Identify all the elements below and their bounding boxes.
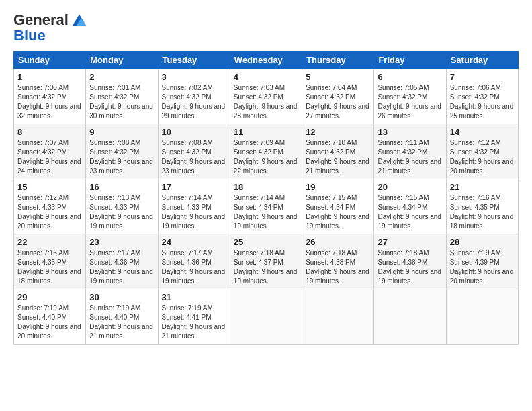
day-number: 26: [306, 237, 370, 247]
sunrise-label: Sunrise: 7:14 AM: [162, 194, 213, 201]
sunrise-label: Sunrise: 7:03 AM: [234, 84, 285, 91]
calendar-cell: [446, 289, 518, 345]
sunset-label: Sunset: 4:32 PM: [89, 148, 139, 156]
sunset-label: Sunset: 4:40 PM: [89, 314, 139, 321]
day-number: 30: [89, 292, 154, 302]
weekday-header-cell: Tuesday: [158, 52, 230, 69]
sunset-label: Sunset: 4:32 PM: [378, 148, 427, 156]
calendar-cell: 26 Sunrise: 7:18 AM Sunset: 4:38 PM Dayl…: [302, 234, 374, 289]
daylight-label: Daylight: 9 hours and 23 minutes.: [89, 158, 153, 175]
weekday-header-cell: Thursday: [302, 52, 374, 69]
sunrise-label: Sunrise: 7:12 AM: [450, 139, 501, 146]
calendar-cell: 29 Sunrise: 7:19 AM Sunset: 4:40 PM Dayl…: [14, 289, 86, 345]
day-number: 8: [17, 127, 82, 137]
day-number: 29: [17, 292, 82, 302]
day-number: 1: [17, 72, 82, 82]
sunset-label: Sunset: 4:36 PM: [89, 259, 139, 266]
day-info: Sunrise: 7:09 AM Sunset: 4:32 PM Dayligh…: [234, 138, 298, 176]
logo-icon: [70, 11, 89, 30]
calendar-table: SundayMondayTuesdayWednesdayThursdayFrid…: [13, 51, 519, 345]
calendar-cell: 25 Sunrise: 7:18 AM Sunset: 4:37 PM Dayl…: [230, 234, 302, 289]
sunset-label: Sunset: 4:33 PM: [162, 203, 212, 211]
sunrise-label: Sunrise: 7:17 AM: [162, 249, 213, 257]
day-info: Sunrise: 7:18 AM Sunset: 4:38 PM Dayligh…: [306, 248, 370, 286]
sunset-label: Sunset: 4:34 PM: [234, 203, 283, 211]
sunrise-label: Sunrise: 7:16 AM: [17, 249, 69, 257]
calendar-cell: 2 Sunrise: 7:01 AM Sunset: 4:32 PM Dayli…: [86, 69, 158, 124]
daylight-label: Daylight: 9 hours and 23 minutes.: [162, 158, 226, 175]
sunrise-label: Sunrise: 7:09 AM: [234, 139, 285, 146]
daylight-label: Daylight: 9 hours and 21 minutes.: [378, 158, 441, 175]
day-info: Sunrise: 7:13 AM Sunset: 4:33 PM Dayligh…: [89, 193, 154, 231]
daylight-label: Daylight: 9 hours and 32 minutes.: [17, 103, 81, 120]
weekday-header-cell: Friday: [374, 52, 446, 69]
calendar-cell: 12 Sunrise: 7:10 AM Sunset: 4:32 PM Dayl…: [302, 124, 374, 179]
day-info: Sunrise: 7:12 AM Sunset: 4:32 PM Dayligh…: [450, 138, 515, 176]
day-info: Sunrise: 7:17 AM Sunset: 4:36 PM Dayligh…: [162, 248, 226, 286]
calendar-cell: 13 Sunrise: 7:11 AM Sunset: 4:32 PM Dayl…: [374, 124, 446, 179]
day-info: Sunrise: 7:11 AM Sunset: 4:32 PM Dayligh…: [378, 138, 442, 176]
day-number: 16: [89, 182, 154, 192]
calendar-week-row: 1 Sunrise: 7:00 AM Sunset: 4:32 PM Dayli…: [14, 69, 519, 124]
calendar-cell: 11 Sunrise: 7:09 AM Sunset: 4:32 PM Dayl…: [230, 124, 302, 179]
daylight-label: Daylight: 9 hours and 20 minutes.: [17, 213, 81, 230]
day-number: 17: [162, 182, 226, 192]
sunrise-label: Sunrise: 7:15 AM: [306, 194, 357, 201]
weekday-header-row: SundayMondayTuesdayWednesdayThursdayFrid…: [14, 52, 519, 69]
day-number: 28: [450, 237, 515, 247]
daylight-label: Daylight: 9 hours and 19 minutes.: [306, 213, 369, 230]
sunrise-label: Sunrise: 7:16 AM: [450, 194, 501, 201]
day-info: Sunrise: 7:08 AM Sunset: 4:32 PM Dayligh…: [162, 138, 226, 176]
sunrise-label: Sunrise: 7:13 AM: [89, 194, 140, 201]
sunrise-label: Sunrise: 7:19 AM: [17, 304, 69, 312]
sunset-label: Sunset: 4:41 PM: [162, 314, 212, 321]
sunrise-label: Sunrise: 7:08 AM: [89, 139, 140, 146]
daylight-label: Daylight: 9 hours and 19 minutes.: [234, 268, 298, 285]
day-info: Sunrise: 7:19 AM Sunset: 4:40 PM Dayligh…: [17, 304, 82, 341]
calendar-cell: 6 Sunrise: 7:05 AM Sunset: 4:32 PM Dayli…: [374, 69, 446, 124]
day-info: Sunrise: 7:19 AM Sunset: 4:40 PM Dayligh…: [89, 304, 154, 341]
daylight-label: Daylight: 9 hours and 20 minutes.: [17, 323, 81, 340]
daylight-label: Daylight: 9 hours and 30 minutes.: [89, 103, 153, 120]
calendar-cell: 9 Sunrise: 7:08 AM Sunset: 4:32 PM Dayli…: [86, 124, 158, 179]
day-info: Sunrise: 7:14 AM Sunset: 4:33 PM Dayligh…: [162, 193, 226, 231]
sunrise-label: Sunrise: 7:15 AM: [378, 194, 429, 201]
day-number: 14: [450, 127, 515, 137]
day-info: Sunrise: 7:05 AM Sunset: 4:32 PM Dayligh…: [378, 83, 442, 121]
daylight-label: Daylight: 9 hours and 21 minutes.: [89, 323, 153, 340]
day-number: 22: [17, 237, 82, 247]
sunset-label: Sunset: 4:35 PM: [450, 203, 500, 211]
day-number: 10: [162, 127, 226, 137]
day-info: Sunrise: 7:03 AM Sunset: 4:32 PM Dayligh…: [234, 83, 298, 121]
day-number: 21: [450, 182, 515, 192]
sunrise-label: Sunrise: 7:12 AM: [17, 194, 69, 201]
sunset-label: Sunset: 4:32 PM: [17, 93, 67, 101]
daylight-label: Daylight: 9 hours and 20 minutes.: [450, 158, 514, 175]
daylight-label: Daylight: 9 hours and 19 minutes.: [162, 268, 226, 285]
daylight-label: Daylight: 9 hours and 20 minutes.: [450, 268, 514, 285]
sunset-label: Sunset: 4:32 PM: [162, 93, 212, 101]
sunrise-label: Sunrise: 7:00 AM: [17, 84, 69, 91]
weekday-header-cell: Saturday: [446, 52, 518, 69]
sunrise-label: Sunrise: 7:08 AM: [162, 139, 213, 146]
sunrise-label: Sunrise: 7:04 AM: [306, 84, 357, 91]
sunset-label: Sunset: 4:32 PM: [89, 93, 139, 101]
calendar-cell: 15 Sunrise: 7:12 AM Sunset: 4:33 PM Dayl…: [14, 179, 86, 234]
daylight-label: Daylight: 9 hours and 26 minutes.: [378, 103, 441, 120]
day-info: Sunrise: 7:10 AM Sunset: 4:32 PM Dayligh…: [306, 138, 370, 176]
daylight-label: Daylight: 9 hours and 19 minutes.: [162, 213, 226, 230]
day-info: Sunrise: 7:06 AM Sunset: 4:32 PM Dayligh…: [450, 83, 515, 121]
sunrise-label: Sunrise: 7:14 AM: [234, 194, 285, 201]
day-number: 11: [234, 127, 298, 137]
calendar-cell: 10 Sunrise: 7:08 AM Sunset: 4:32 PM Dayl…: [158, 124, 230, 179]
day-number: 2: [89, 72, 154, 82]
calendar-cell: 8 Sunrise: 7:07 AM Sunset: 4:32 PM Dayli…: [14, 124, 86, 179]
sunrise-label: Sunrise: 7:02 AM: [162, 84, 213, 91]
day-info: Sunrise: 7:15 AM Sunset: 4:34 PM Dayligh…: [306, 193, 370, 231]
day-number: 13: [378, 127, 442, 137]
daylight-label: Daylight: 9 hours and 21 minutes.: [306, 158, 369, 175]
day-number: 12: [306, 127, 370, 137]
calendar-cell: [230, 289, 302, 345]
weekday-header-cell: Wednesday: [230, 52, 302, 69]
day-info: Sunrise: 7:07 AM Sunset: 4:32 PM Dayligh…: [17, 138, 82, 176]
